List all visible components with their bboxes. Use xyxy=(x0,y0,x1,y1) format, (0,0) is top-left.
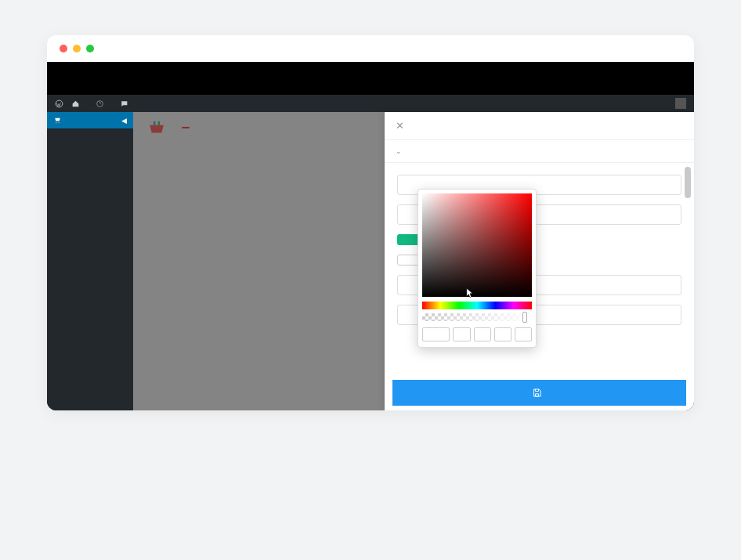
color-picker xyxy=(417,189,537,348)
comment-icon[interactable] xyxy=(120,99,128,108)
save-button[interactable] xyxy=(392,380,686,406)
wp-admin-bar xyxy=(47,95,694,112)
sidebar-item-shopengine[interactable]: ◀ xyxy=(47,112,133,128)
save-icon xyxy=(532,388,542,398)
page-title xyxy=(31,0,710,12)
cursor-icon xyxy=(466,287,474,298)
settings-panel: ✕ ⌄ xyxy=(385,112,694,410)
accordion-sticky-button[interactable]: ⌄ xyxy=(385,140,694,163)
alpha-thumb[interactable] xyxy=(522,312,527,323)
scrollbar[interactable] xyxy=(685,167,692,308)
b-input[interactable] xyxy=(494,327,511,341)
mac-max-icon xyxy=(86,45,94,52)
mac-close-icon xyxy=(60,45,67,52)
wordpress-icon xyxy=(55,99,63,108)
wp-sidebar: ◀ xyxy=(47,112,133,410)
scroll-thumb[interactable] xyxy=(685,167,691,198)
cart-icon xyxy=(53,116,62,125)
a-input[interactable] xyxy=(515,327,532,341)
chevron-down-icon: ⌄ xyxy=(396,147,402,155)
alpha-slider[interactable] xyxy=(422,313,532,321)
update-icon[interactable] xyxy=(96,99,104,108)
demo-card: ◀ ✕ ⌄ xyxy=(47,35,694,410)
avatar[interactable] xyxy=(675,98,686,109)
wp-admin-frame: ◀ ✕ ⌄ xyxy=(47,62,694,410)
close-icon[interactable]: ✕ xyxy=(396,120,404,132)
saturation-field[interactable] xyxy=(422,193,532,297)
home-icon[interactable] xyxy=(71,99,80,108)
hue-slider[interactable] xyxy=(422,302,532,309)
mac-min-icon xyxy=(73,45,81,52)
g-input[interactable] xyxy=(474,327,491,341)
hex-input[interactable] xyxy=(422,327,450,341)
mac-titlebar xyxy=(47,35,694,62)
r-input[interactable] xyxy=(453,327,470,341)
panel-body: ⌄ xyxy=(385,140,694,380)
panel-header: ✕ xyxy=(385,112,694,140)
